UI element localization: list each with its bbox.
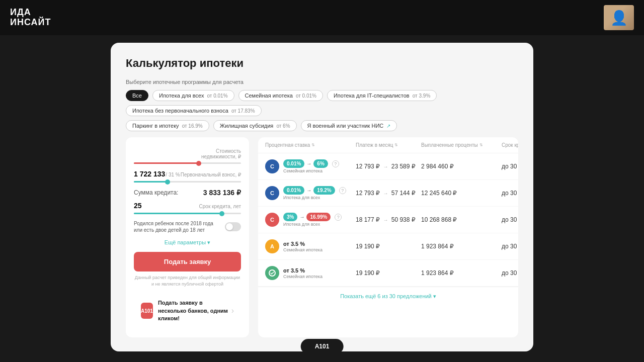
disclaimer: Данный расчет приведен для общей информа… — [134, 275, 241, 287]
term-value: 25 — [134, 202, 142, 210]
bank-cell-3: А от 3.5 % Семейная ипотека — [265, 239, 356, 253]
rate-from-4: от 3.5 % — [283, 267, 323, 274]
toggle-knob — [226, 223, 233, 230]
down-payment-slider-fill — [134, 181, 167, 183]
multi-bank-banner[interactable]: A101 Подать заявку в несколько банков, о… — [134, 293, 241, 328]
th-payment: Платеж в месяц ⇅ — [356, 142, 421, 148]
term-label: Срок кредита, лет — [199, 204, 241, 209]
program-tag-all-people[interactable]: Ипотека для всех от 0.01% — [152, 90, 234, 101]
sort-interest-icon[interactable]: ⇅ — [479, 143, 483, 147]
property-value-label: Стоимость недвижимости, ₽ — [200, 148, 241, 159]
child-toggle[interactable] — [225, 222, 241, 231]
th-interest: Выплаченные проценты ⇅ — [421, 142, 502, 148]
child-toggle-label: Родился ребенок после 2018 года или есть… — [134, 220, 213, 233]
credit-sum-value: 3 833 136 ₽ — [203, 189, 241, 197]
interest-cell-1: 12 245 640 ₽ — [421, 190, 502, 197]
sort-payment-icon[interactable]: ⇅ — [394, 143, 398, 147]
bank-cell-0: С 0.01% → 6% ? — [265, 159, 356, 173]
program-tag-it[interactable]: Ипотека для IT-специалистов от 3.9% — [327, 90, 437, 101]
question-icon-2[interactable]: ? — [335, 214, 342, 221]
banner-text: Подать заявку в несколько банков, одним … — [158, 299, 231, 322]
property-value-slider-fill — [134, 162, 198, 164]
payment-cell-0: 12 793 ₽ → 23 589 ₽ — [356, 163, 421, 170]
rate-cell-3: от 3.5 % Семейная ипотека — [283, 241, 323, 252]
banner-left: A101 Подать заявку в несколько банков, о… — [141, 299, 231, 322]
banner-logo: A101 — [141, 303, 153, 319]
down-payment-label: Первоначальный взнос, ₽ — [181, 172, 241, 177]
bank-cell-2: С 3% → 16.99% ? — [265, 213, 356, 227]
payment-cell-3: 19 190 ₽ — [356, 243, 421, 250]
programs-row-2: Паркинг в ипотеку от 16.9% Жилищная субс… — [126, 120, 518, 131]
avatar-image: 👤 — [604, 5, 634, 30]
rate-badge-0: 0.01% → 6% ? — [283, 159, 339, 168]
term-cell-1: до 30 лет — [502, 190, 518, 197]
payment-cell-1: 12 793 ₽ → 57 144 ₽ — [356, 190, 421, 197]
term-slider-fill — [134, 213, 222, 214]
interest-cell-4: 1 923 864 ₽ — [421, 269, 502, 277]
rate-label-4: Семейная ипотека — [283, 274, 323, 279]
program-tag-family[interactable]: Семейная ипотека от 0.01% — [238, 90, 323, 101]
rate-from-pill-0: 0.01% — [283, 159, 304, 168]
down-payment-value: 1 722 133 — [134, 170, 165, 178]
credit-sum-label: Сумма кредита: — [134, 189, 178, 196]
down-payment-slider-thumb[interactable] — [165, 179, 170, 185]
submit-button[interactable]: Подать заявку — [134, 252, 241, 272]
user-avatar[interactable]: 👤 — [604, 5, 634, 30]
table-row: С 0.01% → 19.2% ? — [258, 180, 518, 207]
show-more-button[interactable]: Показать ещё 6 из 30 предложений ▾ — [258, 287, 518, 306]
calculator-layout: 5 555 269 Стоимость недвижимости, ₽ 1 72… — [126, 137, 518, 337]
rate-from-pill-2: 3% — [283, 213, 297, 221]
left-panel: 5 555 269 Стоимость недвижимости, ₽ 1 72… — [126, 137, 249, 337]
term-cell-0: до 30 лет — [502, 163, 518, 170]
property-value-input[interactable]: 5 555 269 — [134, 146, 200, 154]
sort-rate-icon[interactable]: ⇅ — [311, 143, 315, 147]
down-payment-row: 1 722 133 / 31 % Первоначальный взнос, ₽ — [134, 170, 241, 183]
rate-label-0: Семейная ипотека — [283, 168, 339, 173]
term-cell-4: до 30 лет — [502, 269, 518, 277]
child-toggle-row: Родился ребенок после 2018 года или есть… — [134, 220, 241, 233]
bank-cell-4: от 3.5 % Семейная ипотека — [265, 266, 356, 280]
interest-cell-2: 10 268 868 ₽ — [421, 216, 502, 223]
programs-row-1: Все Ипотека для всех от 0.01% Семейная и… — [126, 90, 518, 116]
down-payment-slider-track[interactable] — [134, 181, 241, 183]
interest-cell-0: 2 984 460 ₽ — [421, 163, 502, 170]
program-tag-subsidy[interactable]: Жилищная субсидия от 6% — [213, 120, 297, 131]
term-row: 25 Срок кредита, лет — [134, 202, 241, 214]
bank-icon-0: С — [265, 159, 279, 173]
table-row: от 3.5 % Семейная ипотека 19 190 ₽ 1 923… — [258, 260, 518, 287]
term-cell-2: до 30 лет — [502, 216, 518, 223]
payment-cell-2: 18 177 ₽ → 50 938 ₽ — [356, 216, 421, 223]
rate-from-3: от 3.5 % — [283, 241, 323, 247]
top-navigation: ИДА ИНСАЙТ 👤 — [0, 0, 644, 35]
bank-icon-2: С — [265, 213, 279, 227]
question-icon-0[interactable]: ? — [332, 160, 339, 167]
mortgage-calculator-card: Калькулятор ипотеки Выберите ипотечные п… — [111, 43, 533, 351]
rate-badge-1: 0.01% → 19.2% ? — [283, 186, 346, 195]
bank-icon-1: С — [265, 186, 279, 200]
bank-icon-3: А — [265, 239, 279, 253]
term-slider-thumb[interactable] — [219, 211, 224, 216]
main-content: Калькулятор ипотеки Выберите ипотечные п… — [0, 35, 644, 359]
table-row: С 0.01% → 6% ? — [258, 153, 518, 180]
bank-cell-1: С 0.01% → 19.2% ? — [265, 186, 356, 200]
program-tag-military[interactable]: Я военный или участник НИС ↗ — [301, 120, 397, 131]
rate-label-2: Ипотека для всех — [283, 222, 342, 227]
property-value-slider-thumb[interactable] — [196, 161, 201, 166]
more-params-button[interactable]: Ещё параметры ▾ — [134, 239, 241, 246]
rate-badge-2: 3% → 16.99% ? — [283, 213, 342, 221]
question-icon-1[interactable]: ? — [339, 187, 346, 194]
program-select-label: Выберите ипотечные программы для расчета — [126, 79, 518, 85]
program-tag-parking[interactable]: Паркинг в ипотеку от 16.9% — [126, 120, 209, 131]
th-term: Срок кредита ⇅ — [502, 142, 518, 148]
rate-cell-4: от 3.5 % Семейная ипотека — [283, 267, 323, 279]
program-tag-all[interactable]: Все — [126, 90, 148, 101]
term-slider-track[interactable] — [134, 213, 241, 214]
rate-cell-2: 3% → 16.99% ? Ипотека для всех — [283, 213, 342, 227]
bottom-pill: A101 — [301, 339, 344, 354]
rate-to-pill-1: 19.2% — [313, 186, 335, 195]
program-tag-no-down[interactable]: Ипотека без первоначального взноса от 17… — [126, 105, 262, 116]
down-payment-percent: / 31 % — [166, 172, 180, 177]
interest-cell-3: 1 923 864 ₽ — [421, 243, 502, 250]
property-value-slider-track[interactable] — [134, 162, 241, 164]
credit-sum-row: Сумма кредита: 3 833 136 ₽ — [134, 189, 241, 197]
